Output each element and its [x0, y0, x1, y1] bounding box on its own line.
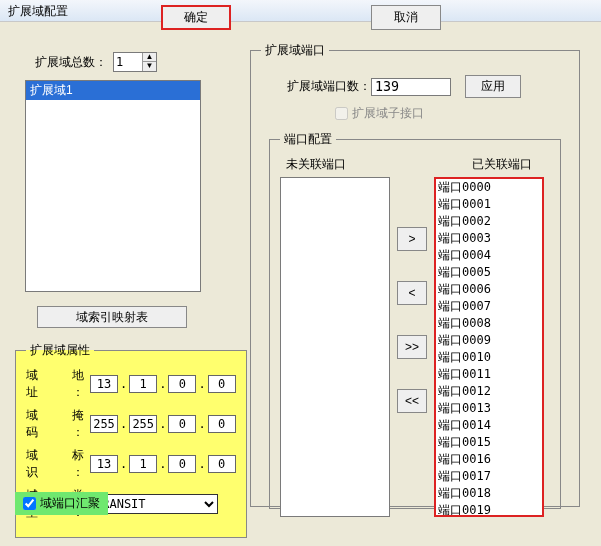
port-aggregation-label: 域端口汇聚 — [40, 495, 100, 512]
list-item[interactable]: 端口0014 — [436, 417, 542, 434]
list-item[interactable]: 端口0002 — [436, 213, 542, 230]
domain-count-input[interactable] — [114, 53, 142, 71]
id-seg-3[interactable] — [208, 455, 236, 473]
list-item[interactable]: 端口0005 — [436, 264, 542, 281]
port-config-headers: 未关联端口 已关联端口 — [280, 156, 550, 173]
list-item[interactable]: 端口0017 — [436, 468, 542, 485]
list-item[interactable]: 端口0015 — [436, 434, 542, 451]
mask-seg-3[interactable] — [208, 415, 236, 433]
unassoc-header: 未关联端口 — [286, 156, 404, 173]
mask-row: 域 掩 码： . . . — [26, 407, 236, 441]
unassoc-listbox[interactable] — [280, 177, 390, 517]
spinner-down-icon[interactable]: ▼ — [143, 62, 156, 71]
addr-row: 域 地 址： . . . — [26, 367, 236, 401]
port-config-body: > < >> << 端口0000端口0001端口0002端口0003端口0004… — [280, 177, 550, 517]
list-item[interactable]: 端口0007 — [436, 298, 542, 315]
addr-seg-3[interactable] — [208, 375, 236, 393]
cancel-button[interactable]: 取消 — [371, 5, 441, 30]
port-aggregation-checkbox[interactable] — [23, 497, 36, 510]
content-area: 扩展域总数： ▲ ▼ 扩展域1 域索引映射表 扩展域属性 域 地 址： . . … — [0, 22, 601, 38]
index-map-button[interactable]: 域索引映射表 — [37, 306, 187, 328]
list-item[interactable]: 端口0012 — [436, 383, 542, 400]
list-item[interactable]: 端口0008 — [436, 315, 542, 332]
port-config-legend: 端口配置 — [280, 131, 336, 148]
move-right-button[interactable]: > — [397, 227, 427, 251]
list-item[interactable]: 端口0019 — [436, 502, 542, 517]
domain-list-item[interactable]: 扩展域1 — [26, 81, 200, 100]
addr-label: 域 地 址： — [26, 367, 86, 401]
list-item[interactable]: 端口0016 — [436, 451, 542, 468]
move-buttons: > < >> << — [390, 177, 434, 517]
addr-seg-1[interactable] — [129, 375, 157, 393]
id-seg-0[interactable] — [90, 455, 118, 473]
mask-seg-0[interactable] — [90, 415, 118, 433]
domain-count-spinner[interactable]: ▲ ▼ — [113, 52, 157, 72]
mask-seg-2[interactable] — [168, 415, 196, 433]
port-count-label: 扩展域端口数： — [287, 78, 371, 95]
dialog-buttons: 确定 取消 — [0, 5, 601, 30]
ok-button[interactable]: 确定 — [161, 5, 231, 30]
list-item[interactable]: 端口0013 — [436, 400, 542, 417]
apply-button[interactable]: 应用 — [465, 75, 521, 98]
domain-attrs-legend: 扩展域属性 — [26, 342, 94, 359]
id-row: 域 标 识： . . . — [26, 447, 236, 481]
child-interface-label: 扩展域子接口 — [352, 105, 424, 122]
type-select[interactable]: TRANSIT — [90, 494, 218, 514]
mask-seg-1[interactable] — [129, 415, 157, 433]
port-count-input[interactable] — [371, 78, 451, 96]
port-config-group: 端口配置 未关联端口 已关联端口 > < >> << 端口0000端口0001端… — [269, 131, 561, 509]
move-allright-button[interactable]: >> — [397, 335, 427, 359]
id-label: 域 标 识： — [26, 447, 86, 481]
id-seg-1[interactable] — [129, 455, 157, 473]
mask-label: 域 掩 码： — [26, 407, 86, 441]
domain-port-group: 扩展域端口 扩展域端口数： 应用 扩展域子接口 端口配置 未关联端口 已关联端口… — [250, 42, 580, 507]
port-count-row: 扩展域端口数： 应用 — [287, 75, 569, 98]
domain-count-row: 扩展域总数： ▲ ▼ — [35, 52, 235, 72]
list-item[interactable]: 端口0000 — [436, 179, 542, 196]
id-seg-2[interactable] — [168, 455, 196, 473]
list-item[interactable]: 端口0011 — [436, 366, 542, 383]
list-item[interactable]: 端口0006 — [436, 281, 542, 298]
assoc-listbox[interactable]: 端口0000端口0001端口0002端口0003端口0004端口0005端口00… — [434, 177, 544, 517]
domain-port-legend: 扩展域端口 — [261, 42, 329, 59]
list-item[interactable]: 端口0009 — [436, 332, 542, 349]
left-column: 扩展域总数： ▲ ▼ 扩展域1 域索引映射表 — [15, 52, 235, 328]
move-allleft-button[interactable]: << — [397, 389, 427, 413]
addr-seg-0[interactable] — [90, 375, 118, 393]
child-interface-check: 扩展域子接口 — [331, 104, 569, 123]
addr-seg-2[interactable] — [168, 375, 196, 393]
port-aggregation-check[interactable]: 域端口汇聚 — [15, 492, 108, 515]
list-item[interactable]: 端口0003 — [436, 230, 542, 247]
list-item[interactable]: 端口0018 — [436, 485, 542, 502]
list-item[interactable]: 端口0004 — [436, 247, 542, 264]
list-item[interactable]: 端口0001 — [436, 196, 542, 213]
assoc-header: 已关联端口 — [472, 156, 532, 173]
child-interface-checkbox — [335, 107, 348, 120]
move-left-button[interactable]: < — [397, 281, 427, 305]
list-item[interactable]: 端口0010 — [436, 349, 542, 366]
domain-listbox[interactable]: 扩展域1 — [25, 80, 201, 292]
domain-count-label: 扩展域总数： — [35, 54, 107, 71]
